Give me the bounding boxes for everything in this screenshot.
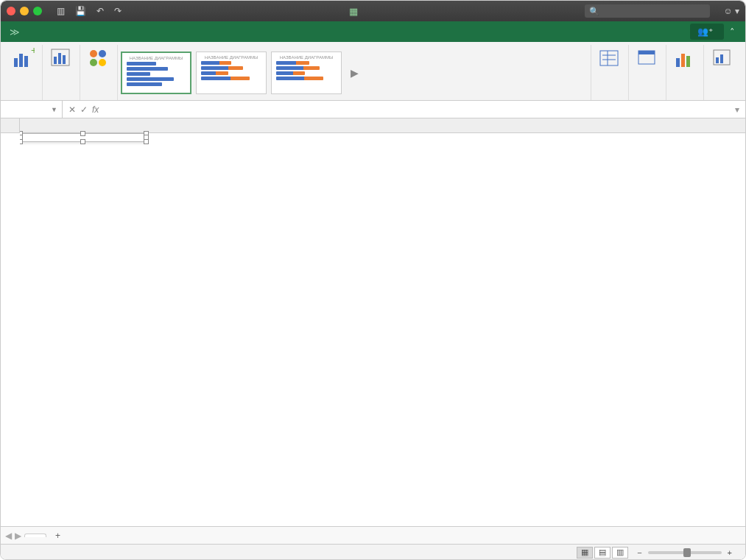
formula-expand-icon[interactable]: ▾ [729,104,745,115]
zoom-slider[interactable] [648,551,722,554]
titlebar: ▥ 💾 ↶ ↷ ▦ 🔍 ☺︎ ▾ [1,1,745,21]
chart-object[interactable] [20,133,147,142]
svg-text:+: + [31,48,35,56]
view-page-layout-icon[interactable]: ▤ [594,547,610,559]
add-sheet-button[interactable]: + [49,529,66,542]
change-chart-type-button[interactable] [666,45,704,100]
minimize-icon[interactable] [20,7,29,15]
change-colors-button[interactable] [80,45,118,100]
svg-rect-19 [716,57,719,63]
svg-rect-20 [720,54,723,63]
excel-icon: ▦ [349,6,358,17]
select-all-corner[interactable] [1,118,20,133]
spreadsheet [1,118,745,526]
cancel-formula-icon[interactable]: ✕ [68,104,76,115]
move-chart-button[interactable] [704,45,741,100]
sheet-tabs-bar: ◀ ▶ + [1,526,745,544]
status-bar: ▦ ▤ ▥ − + [1,544,745,560]
svg-rect-7 [63,55,66,64]
svg-point-10 [90,59,97,66]
svg-rect-1 [19,54,23,67]
svg-rect-6 [58,53,61,64]
redo-icon[interactable]: ↷ [114,6,122,16]
chart-style-2[interactable]: НАЗВАНИЕ ДИАГРАММЫ [196,52,267,94]
sheet-tab[interactable] [24,534,46,537]
zoom-out-icon[interactable]: − [637,548,641,557]
accept-formula-icon[interactable]: ✓ [80,104,88,115]
svg-point-11 [99,59,106,66]
undo-icon[interactable]: ↶ [96,6,104,16]
view-page-break-icon[interactable]: ▥ [612,547,628,559]
view-switcher[interactable]: ▦ ▤ ▥ [577,547,628,559]
gallery-more-icon[interactable]: ▶ [346,67,363,79]
svg-rect-14 [638,51,655,54]
svg-rect-2 [24,56,28,67]
search-icon: 🔍 [589,7,599,16]
svg-point-8 [90,50,97,57]
tab-prev-icon[interactable]: ◀ [5,531,12,541]
svg-rect-16 [681,54,685,67]
window-title: ▦ [127,6,579,17]
svg-rect-17 [686,56,690,67]
cells-grid[interactable] [20,118,745,526]
chart-style-1[interactable]: НАЗВАНИЕ ДИАГРАММЫ [121,52,191,94]
save-icon[interactable]: 💾 [75,6,86,16]
share-icon: 👥⁺ [697,26,713,37]
fx-icon[interactable]: fx [92,104,99,115]
svg-rect-15 [676,58,680,67]
formula-bar: ▼ ✕ ✓ fx ▾ [1,101,745,118]
menu-tabs: ≫ 👥⁺ ˄ [1,21,745,42]
select-data-button[interactable] [629,45,666,100]
ribbon-collapse-icon[interactable]: ˄ [724,26,741,38]
autosave-icon[interactable]: ▥ [57,6,65,16]
tab-next-icon[interactable]: ▶ [15,531,21,541]
tabs-more-icon[interactable]: ≫ [5,26,24,38]
add-chart-element-button[interactable]: + [5,45,43,100]
chart-style-3[interactable]: НАЗВАНИЕ ДИАГРАММЫ [271,52,342,94]
share-button[interactable]: 👥⁺ [690,24,724,40]
switch-row-column-button[interactable] [591,45,629,100]
svg-rect-0 [14,58,18,67]
search-input[interactable]: 🔍 [585,4,710,18]
svg-rect-12 [600,51,618,65]
chart-styles-gallery[interactable]: НАЗВАНИЕ ДИАГРАММЫ НАЗВАНИЕ ДИАГРАММЫ НА… [118,45,591,100]
maximize-icon[interactable] [33,7,42,15]
close-icon[interactable] [7,7,15,15]
name-box[interactable]: ▼ [1,101,63,118]
ribbon: + НАЗВАНИЕ ДИАГРАММЫ НАЗВАНИЕ ДИАГРАММЫ … [1,42,745,101]
zoom-in-icon[interactable]: + [728,548,732,557]
svg-point-9 [99,50,106,57]
user-icon[interactable]: ☺︎ ▾ [723,6,739,16]
window-controls [7,7,42,15]
zoom-control[interactable]: − + [637,548,738,557]
view-normal-icon[interactable]: ▦ [577,547,593,559]
quick-layout-button[interactable] [43,45,80,100]
svg-rect-5 [54,57,57,64]
